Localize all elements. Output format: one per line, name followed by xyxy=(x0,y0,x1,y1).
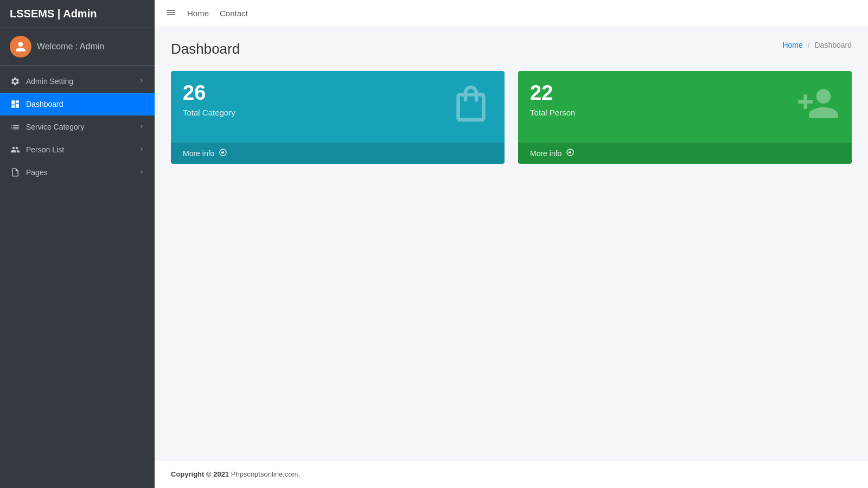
sidebar-item-person-list[interactable]: Person List xyxy=(0,138,155,161)
arrow-circle-right-icon-2 xyxy=(566,148,575,158)
pages-icon xyxy=(10,167,21,178)
users-icon xyxy=(10,144,21,155)
total-category-label: Total Category xyxy=(183,108,235,117)
user-avatar xyxy=(10,36,31,57)
breadcrumb-current: Dashboard xyxy=(815,41,852,49)
sidebar-username: Welcome : Admin xyxy=(37,42,104,52)
cards-row: 26 Total Category More info xyxy=(171,71,852,164)
content-area: Dashboard Home / Dashboard 26 Total Cate… xyxy=(155,27,868,460)
shopping-bag-icon xyxy=(449,82,493,127)
sidebar-item-person-list-label: Person List xyxy=(26,145,64,154)
total-category-card-body: 26 Total Category xyxy=(171,71,505,143)
dashboard-icon xyxy=(10,99,21,110)
gear-icon xyxy=(10,76,21,87)
total-category-text: 26 Total Category xyxy=(183,82,235,117)
topnav: Home Contact xyxy=(155,0,868,27)
total-person-footer-label: More info xyxy=(530,149,561,158)
sidebar-item-dashboard-label: Dashboard xyxy=(26,100,63,108)
person-add-icon xyxy=(796,82,840,127)
sidebar: LSSEMS | Admin Welcome : Admin Admin Set… xyxy=(0,0,155,488)
chevron-right-icon xyxy=(138,168,145,177)
total-category-card: 26 Total Category More info xyxy=(171,71,505,164)
total-category-number: 26 xyxy=(183,82,235,105)
topnav-contact-link[interactable]: Contact xyxy=(220,9,248,18)
footer-copyright-link[interactable]: Phpscriptsonline.com. xyxy=(231,470,300,478)
topnav-links: Home Contact xyxy=(187,9,248,18)
arrow-circle-right-icon xyxy=(219,148,227,158)
main-content: Home Contact Dashboard Home / Dashboard … xyxy=(155,0,868,488)
sidebar-item-pages-label: Pages xyxy=(26,168,48,177)
sidebar-user: Welcome : Admin xyxy=(0,28,155,66)
sidebar-item-service-category-label: Service Category xyxy=(26,123,84,131)
total-category-more-info[interactable]: More info xyxy=(171,143,505,164)
chevron-right-icon xyxy=(138,145,145,154)
total-person-text: 22 Total Person xyxy=(530,82,575,117)
total-person-more-info[interactable]: More info xyxy=(518,143,852,164)
breadcrumb-home-link[interactable]: Home xyxy=(782,41,802,49)
user-avatar-icon xyxy=(15,41,27,53)
total-person-card-body: 22 Total Person xyxy=(518,71,852,143)
hamburger-icon[interactable] xyxy=(165,7,176,20)
sidebar-item-dashboard[interactable]: Dashboard xyxy=(0,93,155,115)
total-person-number: 22 xyxy=(530,82,575,105)
sidebar-item-admin-setting[interactable]: Admin Setting xyxy=(0,70,155,93)
topnav-home-link[interactable]: Home xyxy=(187,9,209,18)
sidebar-item-admin-setting-label: Admin Setting xyxy=(26,77,73,86)
breadcrumb-separator: / xyxy=(808,41,812,49)
breadcrumb: Home / Dashboard xyxy=(782,41,852,49)
sidebar-item-pages[interactable]: Pages xyxy=(0,161,155,184)
total-category-footer-label: More info xyxy=(183,149,214,158)
total-person-label: Total Person xyxy=(530,108,575,117)
page-header: Dashboard Home / Dashboard xyxy=(171,41,852,57)
sidebar-nav: Admin Setting Dashboard Service Category xyxy=(0,66,155,488)
chevron-right-icon xyxy=(138,77,145,86)
page-title: Dashboard xyxy=(171,41,240,57)
sidebar-brand: LSSEMS | Admin xyxy=(0,0,155,28)
total-person-card: 22 Total Person More info xyxy=(518,71,852,164)
chevron-right-icon xyxy=(138,123,145,131)
sidebar-item-service-category[interactable]: Service Category xyxy=(0,115,155,138)
page-footer: Copyright © 2021 Phpscriptsonline.com. xyxy=(155,460,868,488)
list-icon xyxy=(10,121,21,132)
footer-copyright-bold: Copyright © 2021 xyxy=(171,470,229,478)
